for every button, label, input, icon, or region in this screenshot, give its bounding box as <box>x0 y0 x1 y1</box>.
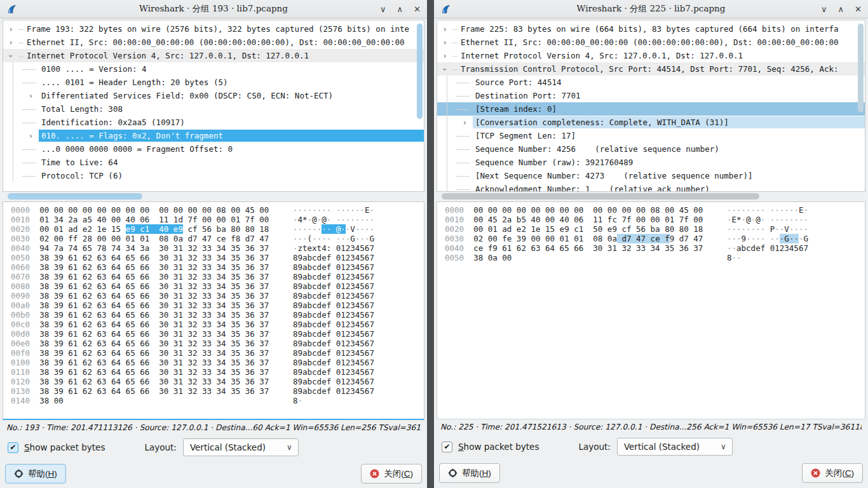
hex-row[interactable]: 003002 00 ff 28 00 00 01 01 08 0a d7 47 … <box>11 234 424 243</box>
hex-row[interactable]: 002000 01 ad e2 1e 15 e9 c1 50 e9 cf 56 … <box>445 224 865 234</box>
packet-bytes-pane[interactable]: 000000 00 00 00 00 00 00 00 00 00 00 00 … <box>3 201 424 420</box>
tree-row[interactable]: ›[Conversation completeness: Complete, W… <box>437 116 865 129</box>
hex-bytes[interactable]: 38 39 61 62 63 64 65 66 30 31 32 33 34 3… <box>39 301 269 310</box>
window-close-button[interactable]: ✕ <box>414 5 421 13</box>
packet-detail-tree[interactable]: ›Frame 225: 83 bytes on wire (664 bits),… <box>437 20 865 192</box>
hex-ascii[interactable]: 89abcdef 01234567 <box>293 262 374 272</box>
window-shade-down-button[interactable]: ∨ <box>821 5 827 13</box>
tree-row[interactable]: [TCP Segment Len: 17] <box>437 129 865 142</box>
hex-bytes[interactable]: 94 7a 74 65 78 74 34 3a 30 31 32 33 34 3… <box>39 243 269 253</box>
expander-icon[interactable]: › <box>437 51 452 60</box>
hex-row[interactable]: 011038 39 61 62 63 64 65 66 30 31 32 33 … <box>11 367 424 377</box>
hex-row[interactable]: 002000 01 ad e2 1e 15 e9 c1 40 e9 cf 56 … <box>11 224 424 234</box>
tree-row[interactable]: ›Internet Protocol Version 4, Src: 127.0… <box>3 49 424 62</box>
hex-ascii[interactable]: 89abcdef 01234567 <box>293 281 374 291</box>
hex-bytes[interactable]: ce f9 61 62 63 64 65 66 30 31 32 33 34 3… <box>473 243 703 253</box>
hex-row[interactable]: 006038 39 61 62 63 64 65 66 30 31 32 33 … <box>11 262 424 272</box>
show-packet-bytes-checkbox[interactable]: ✔ <box>8 442 18 453</box>
hex-bytes[interactable]: 00 01 ad e2 1e 15 e9 c1 50 e9 cf 56 ba 8… <box>473 224 703 234</box>
packet-detail-tree[interactable]: ›Frame 193: 322 bytes on wire (2576 bits… <box>3 20 424 192</box>
hex-bytes[interactable]: 00 01 ad e2 1e 15 e9 c1 40 e9 cf 56 ba 8… <box>39 224 269 234</box>
close-button[interactable]: 关闭(C) <box>802 463 863 483</box>
hex-bytes[interactable]: 38 39 61 62 63 64 65 66 30 31 32 33 34 3… <box>39 329 269 339</box>
horizontal-scrollbar[interactable] <box>3 193 424 201</box>
hex-bytes[interactable]: 38 39 61 62 63 64 65 66 30 31 32 33 34 3… <box>39 377 269 386</box>
tree-row[interactable]: [Stream index: 0] <box>437 102 865 116</box>
expander-icon[interactable]: › <box>13 92 39 100</box>
titlebar[interactable]: Wireshark · 分组 193 · lib7.pcapng ∨ ∧ ✕ <box>0 0 427 18</box>
hex-bytes[interactable]: 38 39 61 62 63 64 65 66 30 31 32 33 34 3… <box>39 386 269 396</box>
hex-bytes[interactable]: 38 39 61 62 63 64 65 66 30 31 32 33 34 3… <box>39 272 269 281</box>
window-close-button[interactable]: ✕ <box>855 5 862 13</box>
hex-row[interactable]: 010038 39 61 62 63 64 65 66 30 31 32 33 … <box>11 358 424 367</box>
hex-ascii[interactable]: 89abcdef 01234567 <box>293 339 374 348</box>
tree-row[interactable]: [Next Sequence Number: 4273 (relative se… <box>437 169 865 182</box>
help-button[interactable]: 帮助(H) <box>439 463 500 483</box>
titlebar[interactable]: Wireshark · 分组 225 · lib7.pcapng ∨ ∧ ✕ <box>434 0 868 18</box>
hex-ascii[interactable]: 8· <box>293 396 302 405</box>
hex-bytes[interactable]: 38 39 61 62 63 64 65 66 30 31 32 33 34 3… <box>39 253 269 262</box>
hex-ascii[interactable]: 89abcdef 01234567 <box>293 358 374 367</box>
tree-row[interactable]: ›Internet Protocol Version 4, Src: 127.0… <box>437 49 865 62</box>
hex-row[interactable]: 009038 39 61 62 63 64 65 66 30 31 32 33 … <box>11 291 424 301</box>
hex-bytes[interactable]: 02 00 fe 39 00 00 01 01 08 0a d7 47 ce f… <box>473 234 703 243</box>
show-packet-bytes-checkbox[interactable]: ✔ <box>442 442 452 452</box>
hex-bytes[interactable]: 02 00 ff 28 00 00 01 01 08 0a d7 47 ce f… <box>39 234 269 243</box>
hex-row[interactable]: 012038 39 61 62 63 64 65 66 30 31 32 33 … <box>11 377 424 386</box>
hex-bytes[interactable]: 38 39 61 62 63 64 65 66 30 31 32 33 34 3… <box>39 281 269 291</box>
hex-bytes[interactable]: 00 45 2a b5 40 00 40 06 11 fc 7f 00 00 0… <box>473 215 703 224</box>
tree-row[interactable]: Sequence Number (raw): 3921760489 <box>437 156 865 169</box>
hex-ascii[interactable]: 89abcdef 01234567 <box>293 301 374 310</box>
hex-ascii[interactable]: 89abcdef 01234567 <box>293 367 374 377</box>
hex-ascii[interactable]: 89abcdef 01234567 <box>293 386 374 396</box>
expander-icon[interactable]: › <box>437 25 452 34</box>
packet-bytes-pane[interactable]: 000000 00 00 00 00 00 00 00 00 00 00 00 … <box>437 201 865 419</box>
hex-ascii[interactable]: ·4*·@·@· ········ <box>293 215 374 224</box>
hex-bytes[interactable]: 00 00 00 00 00 00 00 00 00 00 00 00 08 0… <box>473 205 703 215</box>
hex-ascii[interactable]: ···(···· ···G···G <box>293 234 374 243</box>
expander-icon[interactable]: › <box>3 25 18 34</box>
hex-row[interactable]: 003002 00 fe 39 00 00 01 01 08 0a d7 47 … <box>445 234 865 243</box>
tree-row[interactable]: .... 0101 = Header Length: 20 bytes (5) <box>3 76 424 89</box>
hex-ascii[interactable]: ···9···· ···G···G <box>727 234 808 243</box>
hex-bytes[interactable]: 38 39 61 62 63 64 65 66 30 31 32 33 34 3… <box>39 262 269 272</box>
hex-ascii[interactable]: ·ztext4: 01234567 <box>293 243 374 253</box>
hex-row[interactable]: 013038 39 61 62 63 64 65 66 30 31 32 33 … <box>11 386 424 396</box>
expander-icon[interactable]: › <box>437 38 452 47</box>
hex-row[interactable]: 001001 34 2a a5 40 00 40 06 11 1d 7f 00 … <box>11 215 424 224</box>
expander-icon[interactable]: › <box>447 118 473 127</box>
hex-bytes[interactable]: 38 39 61 62 63 64 65 66 30 31 32 33 34 3… <box>39 339 269 348</box>
hex-bytes[interactable]: 00 00 00 00 00 00 00 00 00 00 00 00 08 0… <box>39 205 269 215</box>
hex-ascii[interactable]: 89abcdef 01234567 <box>293 272 374 281</box>
hex-ascii[interactable]: 89abcdef 01234567 <box>293 253 374 262</box>
expander-icon[interactable]: › <box>13 132 39 140</box>
horizontal-scrollbar[interactable] <box>437 193 865 201</box>
hex-ascii[interactable]: 89abcdef 01234567 <box>293 320 374 329</box>
layout-select[interactable]: Vertical (Stacked) ∨ <box>183 438 299 456</box>
hex-row[interactable]: 00a038 39 61 62 63 64 65 66 30 31 32 33 … <box>11 301 424 310</box>
hex-row[interactable]: 001000 45 2a b5 40 00 40 06 11 fc 7f 00 … <box>445 215 865 224</box>
tree-row[interactable]: ›Ethernet II, Src: 00:00:00_00:00:00 (00… <box>3 36 424 49</box>
hex-row[interactable]: 014038 008· <box>11 396 424 405</box>
tree-row[interactable]: ...0 0000 0000 0000 = Fragment Offset: 0 <box>3 142 424 156</box>
hex-row[interactable]: 008038 39 61 62 63 64 65 66 30 31 32 33 … <box>11 281 424 291</box>
hex-row[interactable]: 000000 00 00 00 00 00 00 00 00 00 00 00 … <box>445 205 865 215</box>
hex-ascii[interactable]: 89abcdef 01234567 <box>293 310 374 320</box>
help-button[interactable]: 帮助(H) <box>5 464 66 484</box>
hex-row[interactable]: 00c038 39 61 62 63 64 65 66 30 31 32 33 … <box>11 320 424 329</box>
tree-row[interactable]: Time to Live: 64 <box>3 156 424 169</box>
hex-bytes[interactable]: 01 34 2a a5 40 00 40 06 11 1d 7f 00 00 0… <box>39 215 269 224</box>
hex-bytes[interactable]: 38 39 61 62 63 64 65 66 30 31 32 33 34 3… <box>39 310 269 320</box>
hex-ascii[interactable]: 8·· <box>727 253 742 262</box>
hex-row[interactable]: 00d038 39 61 62 63 64 65 66 30 31 32 33 … <box>11 329 424 339</box>
expander-icon[interactable]: › <box>437 65 452 74</box>
hex-bytes[interactable]: 38 39 61 62 63 64 65 66 30 31 32 33 34 3… <box>39 320 269 329</box>
hex-ascii[interactable]: 89abcdef 01234567 <box>293 291 374 301</box>
hex-bytes[interactable]: 38 0a 00 <box>473 253 703 262</box>
hex-ascii[interactable]: 89abcdef 01234567 <box>293 377 374 386</box>
hex-ascii[interactable]: ········ @··V···· <box>293 224 374 234</box>
tree-row[interactable]: ›Transmission Control Protocol, Src Port… <box>437 62 865 76</box>
window-shade-up-button[interactable]: ∧ <box>838 5 844 13</box>
hex-ascii[interactable]: ·E*·@·@· ········ <box>727 215 808 224</box>
hex-bytes[interactable]: 38 39 61 62 63 64 65 66 30 31 32 33 34 3… <box>39 291 269 301</box>
